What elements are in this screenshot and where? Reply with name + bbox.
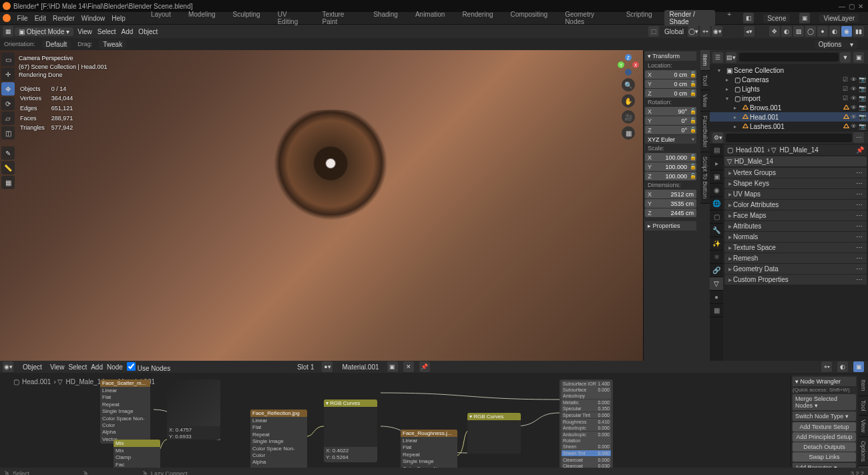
ptab-scene[interactable]: ◉ xyxy=(710,184,723,197)
ol-item-cameras[interactable]: ▸▢Cameras☑👁📷 xyxy=(710,75,868,84)
ws-render[interactable]: Rendering xyxy=(457,10,498,26)
ol-scene-collection[interactable]: ▾▣Scene Collection xyxy=(710,65,868,75)
menu-help[interactable]: Help xyxy=(112,15,126,22)
options-dropdown[interactable]: Options ▾ xyxy=(815,40,857,49)
ntab-script[interactable]: Script To Button xyxy=(700,152,710,203)
prop-search[interactable] xyxy=(726,134,852,142)
menu-render[interactable]: Render xyxy=(53,15,75,22)
nw-swap[interactable]: Swap Links xyxy=(793,452,856,462)
tool-add[interactable]: ▦ xyxy=(1,176,15,189)
eye-icon[interactable]: 👁 xyxy=(851,123,857,130)
ws-shading[interactable]: Shading xyxy=(368,10,403,26)
nw-detach[interactable]: Detach Outputs xyxy=(793,442,856,452)
rot-y[interactable]: Y0°🔓 xyxy=(645,116,696,125)
disable-render-icon[interactable]: 📷 xyxy=(859,123,865,130)
outliner-tree[interactable]: ▾▣Scene Collection ▸▢Cameras☑👁📷▸▢Lights☑… xyxy=(710,64,868,132)
nvtab-nw[interactable]: Node Wra... xyxy=(859,466,868,468)
ptab-particle[interactable]: ✨ xyxy=(710,237,723,251)
editor-type-icon[interactable]: ▦ xyxy=(3,26,13,37)
dim-z[interactable]: Z2445 cm xyxy=(645,208,696,217)
ws-geo[interactable]: Geometry Nodes xyxy=(560,10,614,26)
new-collection-icon[interactable]: ▣ xyxy=(853,52,864,63)
node-principled-bsdf[interactable]: Subsurface IOR1.400Subsurface Anisotropy… xyxy=(560,379,613,468)
loc-z[interactable]: Z0 cm🔓 xyxy=(645,89,696,98)
ne-select[interactable]: Select xyxy=(68,363,87,371)
ws-render-shade[interactable]: Render / Shade xyxy=(664,10,716,26)
panel-color-attributes[interactable]: Color Attributes⋯ xyxy=(724,200,867,210)
panel-vertex-groups[interactable]: Vertex Groups⋯ xyxy=(724,168,867,178)
prop-editor-type-icon[interactable]: ⚙▾ xyxy=(712,132,723,143)
rot-x[interactable]: X90°🔓 xyxy=(645,107,696,116)
ptab-output[interactable]: ▸ xyxy=(710,157,723,170)
dim-x[interactable]: X2512 cm xyxy=(645,190,696,198)
tool-rotate[interactable]: ⟳ xyxy=(1,97,15,110)
eye-icon[interactable]: 👁 xyxy=(851,95,857,102)
transform-header[interactable]: ▾ Transform xyxy=(645,51,696,61)
ne-node[interactable]: Node xyxy=(107,363,123,371)
exclude-check-icon[interactable]: ☑ xyxy=(843,95,849,102)
overlay-node-icon[interactable]: ◐ xyxy=(837,361,848,372)
snap-icon[interactable]: ⌖▾ xyxy=(700,26,710,37)
mat-new-icon[interactable]: ▣ xyxy=(387,361,398,372)
orient-value[interactable]: Default xyxy=(42,40,71,49)
pin-icon[interactable]: 📌 xyxy=(419,361,430,372)
ws-comp[interactable]: Compositing xyxy=(505,10,554,26)
ptab-data[interactable]: ▽ xyxy=(710,277,723,291)
node-image-roughness[interactable]: Face_Roughness.j... LinearFlatRepeatSing… xyxy=(401,430,457,468)
drag-value[interactable]: Tweak xyxy=(99,40,126,49)
ws-layout[interactable]: Layout xyxy=(146,10,176,26)
ws-anim[interactable]: Animation xyxy=(410,10,450,26)
disable-render-icon[interactable]: 📷 xyxy=(859,95,865,102)
panel-normals[interactable]: Normals⋯ xyxy=(724,232,867,242)
ptab-texture[interactable]: ▦ xyxy=(710,304,723,317)
mat-icon[interactable]: ●▾ xyxy=(322,361,333,372)
mode-selector[interactable]: ▣ Object Mode ▾ xyxy=(15,27,73,36)
overlay-toggle-icon[interactable]: ◐ xyxy=(781,26,792,37)
ol-item-lashes-001[interactable]: ▸Lashes.001👁📷 xyxy=(710,122,868,131)
node-image-reflection[interactable]: Face_Reflection.jpg LinearFlatRepeatSing… xyxy=(250,410,307,468)
slot-selector[interactable]: Slot 1 xyxy=(293,363,318,371)
node-image-scatter[interactable]: Face_Scatter_m... LinearFlatRepeatSingle… xyxy=(100,379,150,444)
viewlayer-name[interactable]: ViewLayer xyxy=(819,14,859,23)
exclude-check-icon[interactable]: ☑ xyxy=(843,76,849,83)
top-view[interactable]: View xyxy=(77,28,92,35)
rot-mode[interactable]: XYZ Euler▾ xyxy=(645,135,696,144)
nvtab-view[interactable]: View xyxy=(859,416,868,437)
ntab-view[interactable]: View xyxy=(700,90,710,112)
proportional-icon[interactable]: ◉▾ xyxy=(712,26,722,37)
loc-x[interactable]: X0 cm🔓 xyxy=(645,70,696,79)
mat-unlink-icon[interactable]: ✕ xyxy=(403,361,414,372)
ptab-modifier[interactable]: 🔧 xyxy=(710,224,723,237)
panel-shape-keys[interactable]: Shape Keys⋯ xyxy=(724,178,867,188)
panel-attributes[interactable]: Attributes⋯ xyxy=(724,221,867,231)
shading-wire-icon[interactable]: ◯ xyxy=(805,26,816,37)
nw-reroute[interactable]: Add Reroutes ▾ xyxy=(793,463,856,468)
disable-render-icon[interactable]: 📷 xyxy=(859,86,865,92)
ol-item-brows-001[interactable]: ▸Brows.001👁📷 xyxy=(710,103,868,112)
panel-geometry-data[interactable]: Geometry Data⋯ xyxy=(724,264,867,274)
panel-face-maps[interactable]: Face Maps⋯ xyxy=(724,210,867,220)
menu-file[interactable]: File xyxy=(17,15,28,22)
zoom-icon[interactable]: 🔍 xyxy=(622,78,635,92)
ptab-render[interactable]: ▤ xyxy=(710,144,723,157)
pan-icon[interactable]: ✋ xyxy=(622,94,635,108)
orient-icon[interactable]: ⬚ xyxy=(648,26,659,37)
ne-view[interactable]: View xyxy=(50,363,65,371)
selectability-icon[interactable]: ◂▾ xyxy=(744,26,754,37)
snap-node-icon[interactable]: ⌖▾ xyxy=(821,361,832,372)
ptab-world[interactable]: 🌐 xyxy=(710,197,723,210)
node-curves-a[interactable]: X: 0.4757Y: 0.6933 xyxy=(167,379,220,440)
backdrop-icon[interactable]: ▣ xyxy=(853,361,864,372)
pivot-icon[interactable]: ◯▾ xyxy=(688,26,698,37)
disable-render-icon[interactable]: 📷 xyxy=(859,114,865,120)
eye-icon[interactable]: 👁 xyxy=(851,86,857,92)
panel-remesh[interactable]: Remesh⋯ xyxy=(724,253,867,263)
ptab-constraint[interactable]: 🔗 xyxy=(710,264,723,277)
shading-rendered-icon[interactable]: ◉ xyxy=(841,26,852,37)
scl-y[interactable]: Y100.000🔓 xyxy=(645,162,696,171)
shading-solid-icon[interactable]: ● xyxy=(817,26,828,37)
menu-edit[interactable]: Edit xyxy=(35,15,46,22)
ptab-material[interactable]: ● xyxy=(710,291,723,304)
ptab-physics[interactable]: ⚛ xyxy=(710,251,723,264)
eye-icon[interactable]: 👁 xyxy=(851,76,857,83)
